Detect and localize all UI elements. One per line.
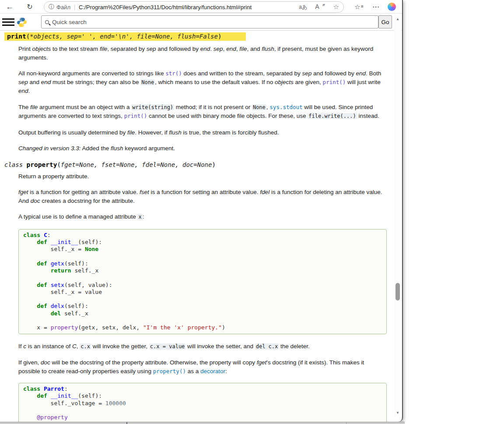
text-segment: file	[127, 129, 135, 136]
property-description: Return a property attribute. fget is a f…	[18, 172, 394, 422]
text-segment: argument must be an object with a	[38, 104, 131, 110]
paragraph: If given, doc will be the docstring of t…	[18, 358, 387, 375]
text-segment: . Both	[366, 70, 381, 77]
text-segment: will be the docstring of the property at…	[50, 359, 257, 366]
text-segment: sep	[302, 70, 312, 77]
text-segment: will invoke the setter, and	[186, 343, 255, 350]
site-label: Файл	[56, 4, 70, 11]
doc-link[interactable]: print()	[124, 113, 147, 119]
url-text[interactable]: C:/Program%20Files/Python311/Doc/html/li…	[79, 4, 295, 11]
code-token: class	[23, 232, 44, 238]
code-token: )	[222, 324, 225, 331]
doc-link[interactable]: print()	[323, 79, 346, 85]
docs-nav-bar: Quick search Go	[0, 14, 402, 31]
code-token: getx	[51, 260, 64, 267]
text-segment: Print	[18, 46, 32, 52]
text-segment: are given,	[294, 79, 323, 85]
text-segment: (	[26, 33, 30, 40]
text-segment: end	[200, 46, 210, 52]
code-token: (getx, setx, delx,	[78, 324, 143, 331]
text-segment: end	[356, 70, 366, 77]
doc-link[interactable]: property()	[153, 368, 186, 375]
code-token: @property	[37, 414, 67, 420]
page-info-icon[interactable]: ⓘ	[49, 3, 54, 11]
code-token	[23, 282, 37, 288]
text-segment: keyword argument.	[123, 145, 175, 152]
code-token: class	[23, 385, 44, 392]
code-token: x =	[23, 324, 51, 331]
doc-link[interactable]: sys.stdout	[270, 104, 302, 110]
code-token: (self):	[78, 239, 102, 245]
address-bar[interactable]: ⓘ Файл | C:/Program%20Files/Python311/Do…	[44, 1, 344, 13]
translate-icon[interactable]: aあ	[299, 4, 307, 11]
text-segment: and followed by	[156, 46, 200, 52]
code-token: self._x	[64, 310, 88, 317]
print-signature: print(*objects, sep=' ', end='\n', file=…	[4, 32, 246, 41]
text-segment: .	[210, 46, 214, 52]
go-button[interactable]: Go	[378, 15, 392, 28]
code-token: Parrot	[44, 385, 64, 392]
code-token: def	[37, 260, 50, 267]
text-segment: doc	[31, 198, 40, 204]
doc-link[interactable]: str()	[165, 70, 182, 77]
text-segment: flush	[111, 145, 123, 152]
scroll-up-icon[interactable]: ▲	[394, 16, 401, 22]
favorite-star-icon[interactable]: ☆	[333, 3, 339, 11]
code-token: :	[64, 385, 68, 392]
code-token	[23, 414, 37, 420]
browser-window: ← ↻ ⓘ Файл | C:/Program%20Files/Python31…	[0, 0, 403, 422]
text-segment: , and	[247, 46, 262, 52]
text-segment: fset	[140, 189, 149, 195]
code-token: def	[37, 282, 50, 288]
code-token	[23, 392, 37, 399]
page-scrollbar[interactable]: ▲ ▼	[394, 14, 401, 418]
text-segment: creates a docstring for the attribute.	[40, 198, 135, 204]
code-token: (self):	[78, 392, 102, 399]
doc-link[interactable]: decorator	[200, 368, 225, 375]
code-token: None	[85, 246, 98, 252]
code-token: return	[51, 267, 75, 274]
text-segment: c.x = value	[149, 343, 186, 350]
code-token: self._voltage =	[23, 400, 105, 406]
text-segment: to the text stream	[51, 46, 100, 52]
text-segment: sep	[147, 46, 156, 52]
text-segment: end	[41, 79, 51, 85]
print-description: Print objects to the text stream file, s…	[18, 45, 394, 153]
text-segment: fget	[18, 189, 28, 195]
text-segment: A typical use is to define a managed att…	[18, 213, 137, 220]
paragraph: fget is a function for getting an attrib…	[18, 188, 387, 205]
text-segment: .	[28, 88, 30, 94]
code-token: property	[51, 324, 78, 331]
refresh-icon[interactable]: ↻	[24, 0, 36, 14]
search-placeholder: Quick search	[52, 19, 87, 25]
text-segment: file	[239, 46, 247, 52]
favorites-list-icon[interactable]: ☆ ≡	[351, 0, 364, 14]
text-segment: the deleter.	[279, 343, 310, 350]
more-menu-icon[interactable]: ···	[370, 0, 382, 14]
paragraph: If c is an instance of C, c.x will invok…	[18, 342, 387, 351]
scroll-down-icon[interactable]: ▼	[394, 410, 401, 416]
code-token: del	[51, 310, 64, 317]
scrollbar-thumb[interactable]	[396, 283, 400, 300]
text-segment: None	[252, 104, 266, 110]
browser-toolbar: ← ↻ ⓘ Файл | C:/Program%20Files/Python31…	[0, 0, 402, 14]
code-token	[23, 267, 51, 274]
text-segment: Changed in version 3.3:	[18, 145, 81, 152]
search-input[interactable]: Quick search	[41, 15, 378, 28]
text-segment: flush	[262, 46, 274, 52]
doc-content: print(*objects, sep=' ', end='\n', file=…	[0, 31, 394, 422]
text-segment: *objects, sep=' ', end='\n', file=None, …	[30, 33, 218, 40]
menu-icon[interactable]	[2, 18, 14, 26]
text-segment: file.write(...)	[308, 113, 357, 119]
copilot-icon[interactable]	[388, 3, 396, 11]
back-icon[interactable]: ←	[4, 0, 16, 14]
code-block-class-C: class C: def __init__(self): self._x = N…	[18, 229, 387, 334]
text-segment: sep	[18, 79, 28, 85]
text-segment: :	[225, 368, 227, 375]
code-token	[23, 310, 51, 317]
code-token: (self, value):	[64, 282, 112, 288]
code-token: self._x	[74, 267, 98, 274]
read-aloud-icon[interactable]: A〞	[315, 3, 325, 11]
text-segment: is true, the stream is forcibly flushed.	[182, 129, 279, 136]
text-segment: does and written to the stream, separate…	[182, 70, 302, 77]
